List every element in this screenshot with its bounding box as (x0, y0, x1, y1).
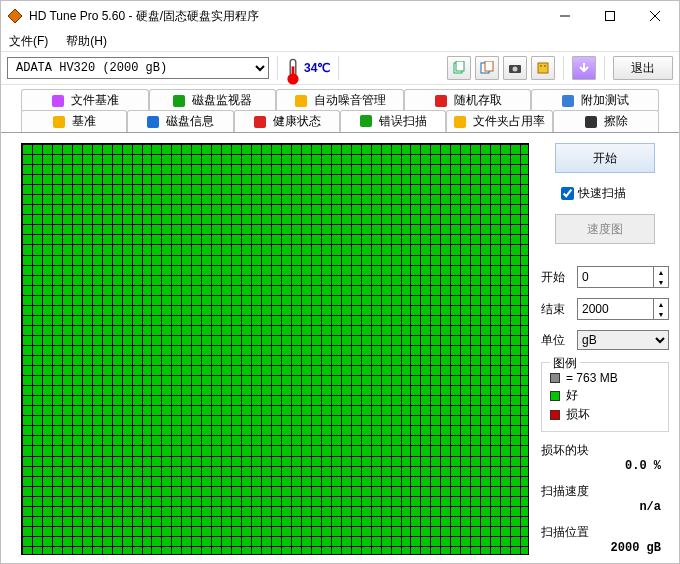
svg-point-16 (544, 65, 546, 67)
app-icon (7, 8, 23, 24)
tab-健康状态[interactable]: 健康状态 (234, 110, 340, 132)
svg-rect-24 (254, 116, 266, 128)
svg-rect-27 (585, 116, 597, 128)
speed-value: n/a (541, 500, 669, 514)
legend-box: 图例 = 763 MB 好 损坏 (541, 362, 669, 432)
svg-rect-14 (538, 63, 548, 73)
end-input[interactable] (578, 299, 653, 319)
tab-label: 文件夹占用率 (473, 113, 545, 130)
quick-scan-checkbox[interactable]: 快速扫描 (561, 185, 669, 202)
separator (563, 56, 564, 80)
scan-icon (359, 114, 373, 128)
end-spinner[interactable]: ▲▼ (653, 299, 668, 319)
separator (277, 56, 278, 80)
tab-label: 磁盘监视器 (192, 92, 252, 109)
menu-file[interactable]: 文件(F) (3, 31, 54, 52)
start-button[interactable]: 开始 (555, 143, 655, 173)
speed-label: 扫描速度 (541, 483, 669, 500)
svg-rect-11 (485, 61, 493, 71)
screenshot-button[interactable] (503, 56, 527, 80)
svg-rect-26 (454, 116, 466, 128)
tab-错误扫描[interactable]: 错误扫描 (340, 110, 446, 132)
file-bench-icon (51, 94, 65, 108)
start-label: 开始 (541, 269, 571, 286)
svg-marker-0 (8, 9, 22, 23)
maximize-button[interactable] (587, 2, 632, 30)
unit-select[interactable]: gB (577, 330, 669, 350)
save-button[interactable] (572, 56, 596, 80)
speaker-icon (294, 94, 308, 108)
random-icon (434, 94, 448, 108)
unit-label: 单位 (541, 332, 571, 349)
tab-基准[interactable]: 基准 (21, 110, 127, 132)
svg-rect-20 (435, 95, 447, 107)
end-label: 结束 (541, 301, 571, 318)
health-icon (253, 115, 267, 129)
tab-随机存取[interactable]: 随机存取 (404, 89, 532, 111)
info-icon (146, 115, 160, 129)
svg-rect-21 (562, 95, 574, 107)
svg-rect-2 (605, 12, 614, 21)
svg-point-15 (540, 65, 542, 67)
options-button[interactable] (531, 56, 555, 80)
svg-rect-19 (295, 95, 307, 107)
menu-help[interactable]: 帮助(H) (60, 31, 113, 52)
tab-label: 健康状态 (273, 113, 321, 130)
extra-icon (561, 94, 575, 108)
tab-附加测试[interactable]: 附加测试 (531, 89, 659, 111)
separator (604, 56, 605, 80)
bulb-icon (52, 115, 66, 129)
position-label: 扫描位置 (541, 524, 669, 541)
svg-rect-23 (147, 116, 159, 128)
drive-select[interactable]: ADATA HV320 (2000 gB) (7, 57, 269, 79)
window-title: HD Tune Pro 5.60 - 硬盘/固态硬盘实用程序 (29, 8, 542, 25)
thermometer-icon (286, 58, 300, 78)
start-spinner[interactable]: ▲▼ (653, 267, 668, 287)
damaged-value: 0.0 % (541, 459, 669, 473)
tab-磁盘监视器[interactable]: 磁盘监视器 (149, 89, 277, 111)
copy-info-button[interactable] (475, 56, 499, 80)
scan-grid (21, 143, 529, 555)
tab-文件基准[interactable]: 文件基准 (21, 89, 149, 111)
svg-rect-18 (173, 95, 185, 107)
temperature-value: 34℃ (304, 61, 330, 75)
close-button[interactable] (632, 2, 677, 30)
svg-rect-7 (292, 66, 295, 79)
copy-button[interactable] (447, 56, 471, 80)
damaged-label: 损坏的块 (541, 442, 669, 459)
tab-label: 错误扫描 (379, 113, 427, 130)
svg-rect-9 (456, 61, 464, 71)
svg-rect-22 (53, 116, 65, 128)
monitor-icon (172, 94, 186, 108)
separator (338, 56, 339, 80)
svg-rect-25 (360, 115, 372, 127)
exit-button[interactable]: 退出 (613, 56, 673, 80)
svg-rect-17 (52, 95, 64, 107)
tab-文件夹占用率[interactable]: 文件夹占用率 (446, 110, 552, 132)
tab-label: 基准 (72, 113, 96, 130)
tab-label: 自动噪音管理 (314, 92, 386, 109)
minimize-button[interactable] (542, 2, 587, 30)
erase-icon (584, 115, 598, 129)
tab-磁盘信息[interactable]: 磁盘信息 (127, 110, 233, 132)
tab-label: 文件基准 (71, 92, 119, 109)
position-value: 2000 gB (541, 541, 669, 555)
tab-label: 随机存取 (454, 92, 502, 109)
tab-自动噪音管理[interactable]: 自动噪音管理 (276, 89, 404, 111)
start-input[interactable] (578, 267, 653, 287)
svg-point-13 (513, 67, 518, 72)
folder-icon (453, 115, 467, 129)
tab-label: 磁盘信息 (166, 113, 214, 130)
tab-label: 附加测试 (581, 92, 629, 109)
tab-label: 擦除 (604, 113, 628, 130)
speedmap-button: 速度图 (555, 214, 655, 244)
tab-擦除[interactable]: 擦除 (553, 110, 659, 132)
